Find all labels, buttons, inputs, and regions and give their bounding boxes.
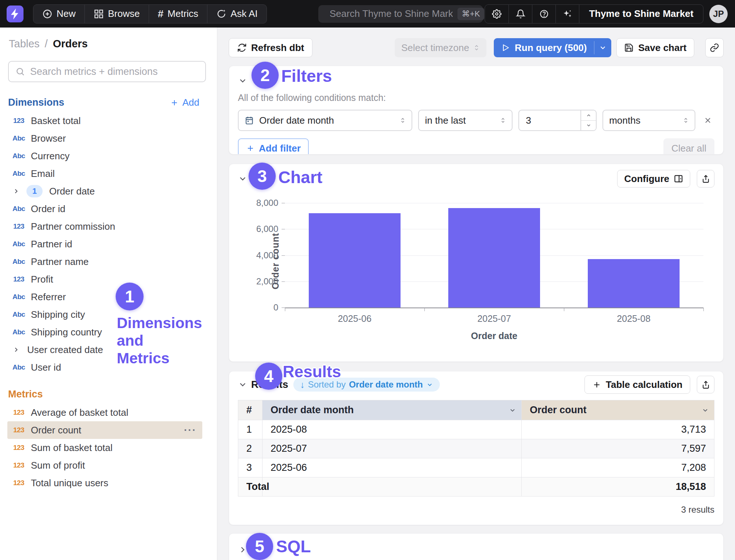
export-results-button[interactable] bbox=[697, 376, 714, 393]
notifications-button[interactable] bbox=[508, 5, 532, 23]
dimension-item-order-date[interactable]: 1Order date bbox=[7, 182, 202, 200]
dimension-item-partner-id[interactable]: AbcPartner id bbox=[7, 235, 202, 253]
chart-plot-area[interactable]: 8,0006,0004,0002,0000 bbox=[285, 203, 703, 308]
dimension-item-user-created-date[interactable]: User created date bbox=[7, 341, 202, 359]
order-date-month-cell[interactable]: 2025-08 bbox=[262, 420, 522, 439]
dimension-item-currency[interactable]: AbcCurrency bbox=[7, 147, 202, 165]
org-switcher[interactable]: Thyme to Shine Market bbox=[579, 5, 703, 23]
chevron-right-icon[interactable] bbox=[12, 188, 21, 195]
number-type-icon: 123 bbox=[12, 444, 25, 452]
stepper-up-button[interactable] bbox=[581, 110, 596, 121]
share-link-button[interactable] bbox=[705, 38, 724, 57]
add-filter-button[interactable]: Add filter bbox=[238, 138, 309, 154]
nav-new-button[interactable]: New bbox=[33, 5, 84, 23]
metric-item-average-of-basket-total[interactable]: 123Average of basket total bbox=[7, 404, 202, 421]
field-label: Browser bbox=[31, 133, 66, 144]
filters-match-text: All of the following conditions match: bbox=[238, 92, 714, 103]
nav-metrics-label: Metrics bbox=[167, 8, 198, 19]
dimension-item-profit[interactable]: 123Profit bbox=[7, 270, 202, 288]
sql-expand-chevron[interactable] bbox=[238, 545, 247, 554]
string-type-icon: Abc bbox=[12, 152, 25, 160]
table-row[interactable]: 32025-067,208 bbox=[238, 458, 714, 477]
column-header-order-date-month[interactable]: Order date month bbox=[262, 400, 522, 420]
chart-collapse-chevron[interactable] bbox=[238, 174, 247, 183]
refresh-dbt-button[interactable]: Refresh dbt bbox=[229, 38, 312, 57]
global-search[interactable]: ⌘+K bbox=[318, 5, 483, 23]
dimension-item-email[interactable]: AbcEmail bbox=[7, 165, 202, 182]
chevron-down-icon bbox=[238, 380, 247, 389]
nav-browse-button[interactable]: Browse bbox=[84, 5, 149, 23]
stepper-down-button[interactable] bbox=[581, 121, 596, 131]
total-count-cell: 18,518 bbox=[522, 477, 714, 497]
order-date-month-cell[interactable]: 2025-06 bbox=[262, 458, 522, 477]
dimension-item-basket-total[interactable]: 123Basket total bbox=[7, 112, 202, 130]
column-header-order-count[interactable]: Order count bbox=[522, 400, 714, 420]
metric-item-total-unique-users[interactable]: 123Total unique users bbox=[7, 474, 202, 492]
sorted-by-pill[interactable]: ↓ Sorted by Order date month bbox=[293, 378, 440, 392]
bar-2025-06[interactable] bbox=[309, 213, 401, 308]
remove-filter-button[interactable] bbox=[701, 114, 714, 127]
field-menu-icon[interactable]: ··· bbox=[184, 424, 196, 436]
order-date-month-cell[interactable]: 2025-07 bbox=[262, 439, 522, 458]
nav-ask-ai-button[interactable]: Ask AI bbox=[207, 5, 267, 23]
dimension-item-shipping-country[interactable]: AbcShipping country bbox=[7, 323, 202, 341]
metric-item-sum-of-profit[interactable]: 123Sum of profit bbox=[7, 457, 202, 474]
fields-search-input[interactable] bbox=[30, 66, 199, 77]
dimension-item-browser[interactable]: AbcBrowser bbox=[7, 130, 202, 147]
export-chart-button[interactable] bbox=[697, 170, 714, 188]
table-calculation-button[interactable]: Table calculation bbox=[584, 375, 690, 394]
clear-all-filters-button[interactable]: Clear all bbox=[663, 138, 714, 154]
x-axis-tick-label: 2025-07 bbox=[424, 313, 564, 324]
chevron-right-icon[interactable] bbox=[12, 346, 21, 353]
help-button[interactable] bbox=[532, 5, 555, 23]
order-count-cell[interactable]: 7,208 bbox=[522, 458, 714, 477]
filters-collapse-chevron[interactable] bbox=[238, 76, 247, 86]
plus-icon bbox=[592, 380, 601, 389]
metric-item-order-count[interactable]: 123Order count··· bbox=[7, 421, 202, 439]
dimension-item-shipping-city[interactable]: AbcShipping city bbox=[7, 306, 202, 323]
dimension-item-partner-commission[interactable]: 123Partner commission bbox=[7, 218, 202, 235]
dimension-item-user-id[interactable]: AbcUser id bbox=[7, 359, 202, 376]
filter-field-select[interactable]: Order date month bbox=[238, 110, 412, 131]
x-axis-tick-labels: 2025-062025-072025-08 bbox=[285, 313, 703, 324]
chevron-down-icon[interactable] bbox=[702, 407, 709, 414]
user-avatar[interactable]: JP bbox=[709, 5, 728, 23]
bar-2025-07[interactable] bbox=[448, 208, 540, 308]
run-query-button[interactable]: Run query (500) bbox=[494, 38, 594, 57]
dimension-item-referrer[interactable]: AbcReferrer bbox=[7, 288, 202, 306]
order-count-cell[interactable]: 7,597 bbox=[522, 439, 714, 458]
x-axis-tick-mark bbox=[703, 308, 704, 311]
global-search-input[interactable] bbox=[330, 8, 453, 19]
order-count-cell[interactable]: 3,713 bbox=[522, 420, 714, 439]
number-type-icon: 123 bbox=[12, 426, 25, 434]
table-row[interactable]: 22025-077,597 bbox=[238, 439, 714, 458]
explore-main: Refresh dbt Select timezone Run query (5… bbox=[217, 28, 735, 560]
save-chart-button[interactable]: Save chart bbox=[616, 38, 694, 57]
chevron-down-icon[interactable] bbox=[509, 407, 516, 414]
metric-item-sum-of-basket-total[interactable]: 123Sum of basket total bbox=[7, 439, 202, 457]
app-logo[interactable] bbox=[7, 6, 23, 22]
string-type-icon: Abc bbox=[12, 328, 25, 336]
dimension-item-order-id[interactable]: AbcOrder id bbox=[7, 200, 202, 218]
dimension-item-partner-name[interactable]: AbcPartner name bbox=[7, 253, 202, 270]
breadcrumb-tables-link[interactable]: Tables bbox=[9, 38, 40, 50]
filter-unit-select[interactable]: months bbox=[602, 110, 695, 131]
active-fields-badge: 1 bbox=[26, 185, 43, 197]
whats-new-button[interactable] bbox=[555, 5, 579, 23]
nav-metrics-button[interactable]: # Metrics bbox=[149, 5, 207, 23]
fields-search[interactable] bbox=[8, 61, 206, 82]
table-row[interactable]: 12025-083,713 bbox=[238, 420, 714, 439]
filter-operator-select[interactable]: in the last bbox=[418, 110, 513, 131]
run-query-dropdown-button[interactable] bbox=[594, 38, 611, 57]
bar-2025-08[interactable] bbox=[588, 259, 680, 308]
plus-icon bbox=[170, 98, 179, 107]
gear-icon bbox=[492, 9, 502, 19]
string-type-icon: Abc bbox=[12, 258, 25, 266]
results-collapse-chevron[interactable] bbox=[238, 380, 247, 389]
timezone-select[interactable]: Select timezone bbox=[395, 38, 486, 57]
settings-button[interactable] bbox=[485, 5, 508, 23]
string-type-icon: Abc bbox=[12, 134, 25, 142]
add-dimension-button[interactable]: Add bbox=[170, 97, 199, 108]
filter-value-input[interactable]: 3 bbox=[518, 110, 597, 131]
configure-chart-button[interactable]: Configure bbox=[617, 170, 690, 188]
